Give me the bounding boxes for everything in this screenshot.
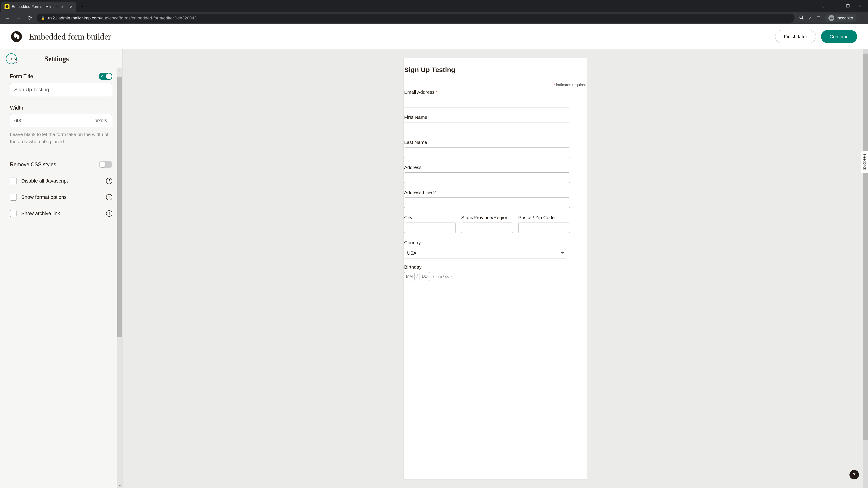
postal-input[interactable] <box>518 223 570 233</box>
forward-button[interactable]: → <box>14 13 23 23</box>
preview-area: Sign Up Testing * indicates required Ema… <box>123 49 868 488</box>
email-input[interactable] <box>404 97 570 108</box>
tab-bar: Embedded Forms | Mailchimp ✕ + ⌄ ─ ❐ ✕ <box>0 0 868 12</box>
continue-button[interactable]: Continue <box>821 30 857 43</box>
address-bar: ← → ⟳ 🔒 us21.admin.mailchimp.com/audienc… <box>0 12 868 24</box>
svg-point-4 <box>830 18 831 19</box>
page-title: Embedded form builder <box>29 32 111 41</box>
address-label: Address <box>404 165 586 170</box>
info-icon[interactable]: i <box>106 178 112 184</box>
width-label: Width <box>10 105 112 111</box>
asterisk-icon: * <box>553 83 555 87</box>
scrollbar-thumb[interactable] <box>117 76 122 337</box>
sidebar-back-button[interactable]: ‹ <box>6 53 17 64</box>
incognito-icon <box>829 15 834 21</box>
scrollbar-down-icon[interactable]: ▾ <box>117 484 122 488</box>
address2-input[interactable] <box>404 197 570 208</box>
svg-point-7 <box>13 33 17 38</box>
show-archive-checkbox[interactable] <box>10 210 17 217</box>
first-name-input[interactable] <box>404 122 570 133</box>
extensions-icon[interactable] <box>816 15 821 21</box>
mailchimp-favicon-icon <box>4 4 9 9</box>
asterisk-icon: * <box>436 90 438 95</box>
tab-title: Embedded Forms | Mailchimp <box>12 4 63 9</box>
svg-point-5 <box>831 18 833 19</box>
help-button[interactable]: ? <box>849 470 859 480</box>
birthday-hint: ( mm / dd ) <box>433 274 452 279</box>
feedback-tab[interactable]: Feedback <box>861 151 868 173</box>
address-input[interactable] <box>404 172 570 183</box>
url-bar[interactable]: 🔒 us21.admin.mailchimp.com/audience/form… <box>37 13 795 23</box>
state-label: State/Province/Region <box>461 215 513 220</box>
browser-chrome: Embedded Forms | Mailchimp ✕ + ⌄ ─ ❐ ✕ ←… <box>0 0 868 24</box>
window-controls: ⌄ ─ ❐ ✕ <box>822 4 867 8</box>
show-format-checkbox[interactable] <box>10 194 17 201</box>
tab-dropdown-icon[interactable]: ⌄ <box>822 4 825 8</box>
app: Embedded form builder Finish later Conti… <box>0 24 868 488</box>
app-body: ‹ Settings Form Title ✓ <box>0 49 868 488</box>
birthday-dd-input[interactable] <box>420 272 430 281</box>
last-name-label: Last Name <box>404 140 586 145</box>
search-icon[interactable] <box>799 15 804 21</box>
mailchimp-logo-icon <box>11 31 22 42</box>
remove-css-label: Remove CSS styles <box>10 162 56 168</box>
svg-point-8 <box>14 35 16 35</box>
tab-close-icon[interactable]: ✕ <box>69 4 73 9</box>
info-icon[interactable]: i <box>106 194 112 200</box>
chevron-left-icon: ‹ <box>10 56 12 62</box>
last-name-input[interactable] <box>404 147 570 158</box>
svg-point-1 <box>800 15 803 19</box>
reload-button[interactable]: ⟳ <box>25 13 34 23</box>
birthday-mm-input[interactable] <box>404 272 414 281</box>
form-preview: Sign Up Testing * indicates required Ema… <box>404 58 587 479</box>
minimize-icon[interactable]: ─ <box>834 4 837 8</box>
sidebar-content: Form Title ✓ Width pixels Leave bl <box>0 68 122 221</box>
show-format-label: Show format options <box>21 194 101 200</box>
maximize-icon[interactable]: ❐ <box>846 4 850 8</box>
sidebar-header: ‹ Settings <box>0 49 122 68</box>
state-input[interactable] <box>461 223 513 233</box>
menu-icon[interactable]: ⋮ <box>861 15 865 21</box>
width-suffix: pixels <box>90 118 112 124</box>
disable-js-checkbox[interactable] <box>10 177 17 184</box>
incognito-label: Incognito <box>837 16 853 21</box>
address2-label: Address Line 2 <box>404 190 586 195</box>
disable-js-label: Disable all Javascript <box>21 178 101 184</box>
check-icon: ✓ <box>101 74 104 78</box>
scrollbar-up-icon[interactable]: ▴ <box>117 69 122 72</box>
first-name-label: First Name <box>404 115 586 120</box>
width-input[interactable] <box>10 114 90 127</box>
preview-scrollbar[interactable] <box>863 49 868 488</box>
postal-label: Postal / Zip Code <box>518 215 570 220</box>
url-text: us21.admin.mailchimp.com/audience/forms/… <box>48 15 196 21</box>
form-title-toggle[interactable]: ✓ <box>99 73 112 80</box>
country-label: Country <box>404 240 586 246</box>
scrollbar-thumb[interactable] <box>863 54 868 440</box>
preview-form-title: Sign Up Testing <box>404 66 586 74</box>
required-note: * indicates required <box>404 83 586 87</box>
show-archive-label: Show archive link <box>21 210 101 217</box>
birthday-label: Birthday <box>404 264 586 270</box>
city-input[interactable] <box>404 223 456 233</box>
form-title-label: Form Title <box>10 73 33 79</box>
cursor-icon <box>13 58 18 65</box>
info-icon[interactable]: i <box>106 210 112 217</box>
width-help-text: Leave blank to let the form take on the … <box>10 131 112 145</box>
back-button[interactable]: ← <box>3 13 12 23</box>
remove-css-toggle[interactable] <box>99 161 112 168</box>
incognito-badge[interactable]: Incognito <box>825 14 857 22</box>
svg-rect-3 <box>817 16 820 19</box>
form-title-input[interactable] <box>10 83 112 96</box>
city-label: City <box>404 215 456 220</box>
birthday-separator: / <box>416 273 418 280</box>
finish-later-button[interactable]: Finish later <box>775 30 816 43</box>
country-select[interactable]: USA <box>404 248 567 258</box>
bookmark-icon[interactable]: ☆ <box>808 15 812 21</box>
svg-point-0 <box>5 5 8 8</box>
new-tab-button[interactable]: + <box>81 3 84 9</box>
sidebar-scrollbar[interactable]: ▴ ▾ <box>117 68 122 488</box>
settings-sidebar: ‹ Settings Form Title ✓ <box>0 49 123 488</box>
browser-tab[interactable]: Embedded Forms | Mailchimp ✕ <box>1 2 76 12</box>
email-label: Email Address * <box>404 90 586 95</box>
close-window-icon[interactable]: ✕ <box>859 4 862 8</box>
